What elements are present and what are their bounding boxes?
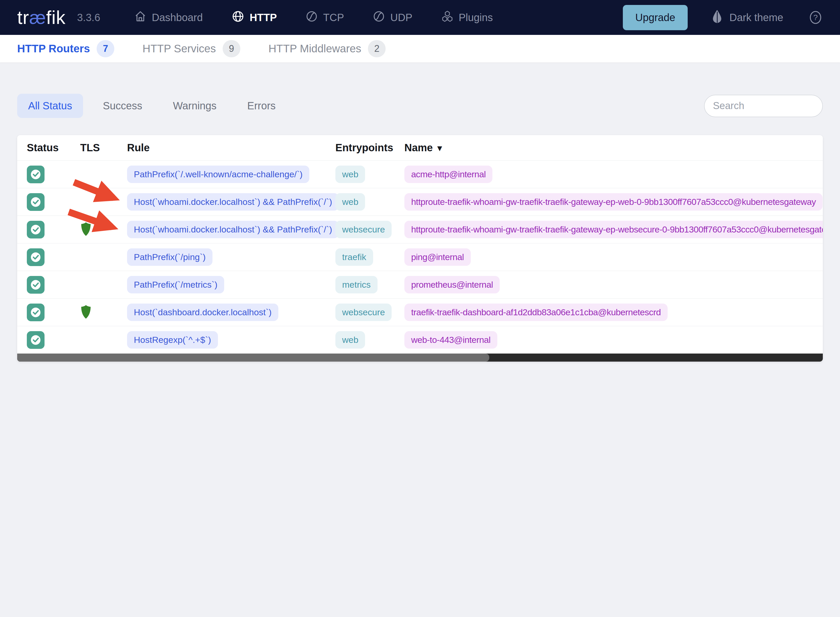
toolbar: All Status Success Warnings Errors (17, 94, 823, 118)
entrypoint-pill: websecure (335, 221, 392, 238)
tcp-icon (306, 10, 318, 25)
col-header-status: Status (27, 142, 80, 154)
home-icon (134, 10, 146, 25)
nav-item-dashboard[interactable]: Dashboard (134, 10, 203, 25)
nav-item-tcp[interactable]: TCP (306, 10, 344, 25)
routers-table: Status TLS Rule Entrypoints Name ▾ PathP… (17, 135, 823, 362)
count-badge: 2 (368, 40, 385, 57)
entrypoint-pill: metrics (335, 276, 378, 294)
rule-pill: Host(`dashboard.docker.localhost`) (127, 304, 278, 321)
table-row[interactable]: Host(`whoami.docker.localhost`) && PathP… (17, 216, 823, 243)
filter-warnings[interactable]: Warnings (162, 94, 227, 118)
logo-text-2: fik (46, 7, 66, 28)
tab-label: HTTP Middlewares (269, 43, 361, 55)
tls-shield-icon (80, 222, 92, 238)
status-success-icon (27, 221, 44, 238)
rule-pill: HostRegexp(`^.+$`) (127, 331, 218, 348)
table-row[interactable]: HostRegexp(`^.+$`) web web-to-443@intern… (17, 326, 823, 354)
logo-text: tr (17, 7, 29, 28)
col-header-rule: Rule (127, 142, 335, 154)
name-pill: httproute-traefik-whoami-gw-traefik-trae… (404, 221, 823, 238)
col-header-entrypoints: Entrypoints (335, 142, 404, 154)
horizontal-scrollbar-track[interactable] (17, 354, 823, 362)
top-navbar: træfik 3.3.6 Dashboard HTTP (0, 0, 840, 35)
status-success-icon (27, 165, 44, 183)
name-pill: web-to-443@internal (404, 331, 498, 348)
nav-label: Plugins (459, 12, 493, 24)
table-row[interactable]: PathPrefix(`/ping`) traefik ping@interna… (17, 243, 823, 271)
help-icon[interactable]: ? (808, 10, 823, 25)
rule-pill: Host(`whoami.docker.localhost`) && PathP… (127, 221, 339, 238)
status-filter-tabs: All Status Success Warnings Errors (17, 94, 287, 118)
nav-item-udp[interactable]: UDP (373, 10, 412, 25)
cubes-icon (441, 10, 453, 25)
dark-theme-toggle[interactable]: Dark theme (711, 9, 783, 26)
name-pill: ping@internal (404, 248, 471, 266)
tab-http-services[interactable]: HTTP Services 9 (142, 40, 240, 57)
name-pill: prometheus@internal (404, 276, 500, 294)
col-header-name[interactable]: Name ▾ (404, 142, 823, 154)
udp-icon (373, 10, 385, 25)
svg-text:?: ? (813, 13, 818, 22)
section-tabs: HTTP Routers 7 HTTP Services 9 HTTP Midd… (0, 35, 840, 62)
status-success-icon (27, 304, 44, 321)
entrypoint-pill: websecure (335, 304, 392, 321)
name-pill: httproute-traefik-whoami-gw-traefik-trae… (404, 193, 822, 211)
table-row[interactable]: Host(`whoami.docker.localhost`) && PathP… (17, 188, 823, 216)
rule-pill: PathPrefix(`/ping`) (127, 248, 213, 266)
traefik-logo[interactable]: træfik (17, 7, 66, 28)
count-badge: 7 (97, 40, 114, 57)
entrypoint-pill: web (335, 165, 365, 183)
status-success-icon (27, 193, 44, 211)
globe-icon (232, 10, 245, 25)
contrast-droplet-icon (711, 9, 723, 26)
tab-http-routers[interactable]: HTTP Routers 7 (17, 40, 114, 57)
filter-all-status[interactable]: All Status (17, 94, 83, 118)
tls-shield-icon (80, 305, 92, 320)
main-content: All Status Success Warnings Errors Statu… (0, 94, 840, 362)
upgrade-button[interactable]: Upgrade (623, 5, 688, 30)
rule-pill: PathPrefix(`/metrics`) (127, 276, 224, 294)
nav-item-plugins[interactable]: Plugins (441, 10, 493, 25)
main-nav: Dashboard HTTP TCP UDP (134, 10, 493, 25)
status-success-icon (27, 276, 44, 294)
search-box[interactable] (704, 95, 823, 117)
nav-label: UDP (390, 12, 412, 24)
tab-label: HTTP Routers (17, 43, 90, 55)
status-success-icon (27, 248, 44, 266)
name-pill: traefik-traefik-dashboard-af1d2ddb83a06e… (404, 304, 667, 321)
entrypoint-pill: traefik (335, 248, 373, 266)
nav-label: Dashboard (152, 12, 203, 24)
name-pill: acme-http@internal (404, 165, 492, 183)
table-header: Status TLS Rule Entrypoints Name ▾ (17, 135, 823, 160)
col-header-label: Name (404, 142, 433, 154)
table-row[interactable]: PathPrefix(`/.well-known/acme-challenge/… (17, 160, 823, 188)
filter-success[interactable]: Success (92, 94, 153, 118)
col-header-tls: TLS (80, 142, 127, 154)
search-input[interactable] (713, 100, 840, 111)
theme-toggle-label: Dark theme (729, 12, 783, 24)
nav-label: TCP (323, 12, 344, 24)
tab-label: HTTP Services (142, 43, 216, 55)
status-success-icon (27, 331, 44, 349)
table-row[interactable]: PathPrefix(`/metrics`) metrics prometheu… (17, 271, 823, 298)
version-label: 3.3.6 (77, 12, 100, 24)
tab-http-middlewares[interactable]: HTTP Middlewares 2 (269, 40, 385, 57)
horizontal-scrollbar-thumb[interactable] (17, 354, 489, 362)
filter-errors[interactable]: Errors (236, 94, 287, 118)
count-badge: 9 (223, 40, 240, 57)
rule-pill: PathPrefix(`/.well-known/acme-challenge/… (127, 165, 309, 183)
entrypoint-pill: web (335, 193, 365, 211)
sort-desc-icon: ▾ (437, 143, 442, 153)
table-row[interactable]: Host(`dashboard.docker.localhost`) webse… (17, 298, 823, 326)
rule-pill: Host(`whoami.docker.localhost`) && PathP… (127, 193, 339, 211)
nav-label: HTTP (250, 12, 277, 24)
logo-ae: æ (29, 7, 46, 28)
entrypoint-pill: web (335, 331, 365, 348)
nav-item-http[interactable]: HTTP (232, 10, 277, 25)
